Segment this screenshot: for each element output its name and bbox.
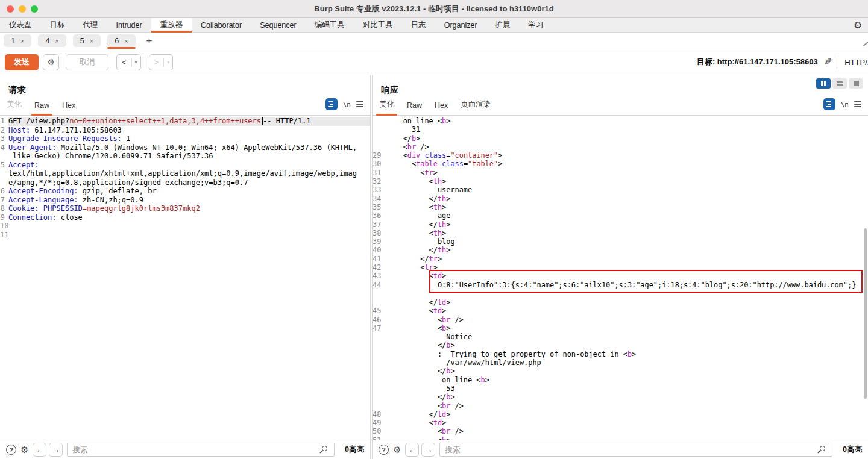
minimize-window-button[interactable] [19, 5, 26, 13]
help-icon[interactable]: ? [379, 445, 389, 455]
search-settings-gear-icon[interactable]: ⚙ [393, 445, 401, 454]
code-line[interactable]: 46 <br /> [373, 316, 868, 324]
pretty-print-icon[interactable] [326, 98, 338, 110]
code-line[interactable]: 31 <tr> [373, 169, 868, 177]
menu-tab-comparer[interactable]: 对比工具 [354, 18, 402, 32]
show-newlines-toggle[interactable]: \n [343, 101, 351, 108]
request-tab-beautify[interactable]: 美化 [7, 99, 22, 115]
code-line[interactable]: on line <b> [373, 117, 868, 125]
code-line[interactable]: 40 </th> [373, 246, 868, 254]
code-line[interactable]: 51 <b> [373, 436, 868, 440]
code-line[interactable]: 10 [0, 222, 370, 231]
chevron-down-icon[interactable]: ▾ [132, 60, 140, 65]
code-line[interactable]: </b> [373, 393, 868, 401]
search-settings-gear-icon[interactable]: ⚙ [20, 445, 28, 454]
code-line[interactable]: 39 blog [373, 237, 868, 246]
help-icon[interactable]: ? [6, 445, 16, 455]
code-line[interactable]: like Gecko) Chrome/120.0.6099.71 Safari/… [0, 152, 370, 161]
code-line[interactable]: 31 [373, 125, 868, 134]
code-line[interactable]: <br /> [373, 143, 868, 151]
response-tab-raw[interactable]: Raw [407, 101, 422, 115]
code-line[interactable]: 33 username [373, 186, 868, 194]
code-line[interactable]: 48 </td> [373, 410, 868, 419]
code-line[interactable]: </b> [373, 367, 868, 375]
menu-tab-learn[interactable]: 学习 [520, 18, 553, 32]
close-tab-icon[interactable]: × [20, 37, 24, 45]
close-tab-icon[interactable]: × [90, 37, 93, 45]
settings-gear-icon[interactable]: ⚙ [854, 20, 862, 30]
back-history-button[interactable]: < ▾ [116, 54, 141, 70]
request-editor[interactable]: 1GET /view.php?no=0++union++select++1,da… [0, 116, 370, 440]
code-line[interactable]: </td> [373, 298, 868, 307]
code-line[interactable]: : Trying to get property of non-object i… [373, 350, 868, 358]
repeater-tab-pill[interactable]: 4× [38, 34, 66, 47]
menu-tab-collaborator[interactable]: Collaborator [192, 18, 251, 32]
code-line[interactable]: 41 </tr> [373, 255, 868, 263]
code-line[interactable]: /var/www/html/view.php [373, 358, 868, 367]
search-input[interactable] [439, 443, 832, 457]
code-line[interactable]: 38 <th> [373, 229, 868, 237]
code-line[interactable]: text/html,application/xhtml+xml,applicat… [0, 169, 370, 178]
repeater-tab-1[interactable]: 1× [4, 33, 31, 49]
menu-tab-decoder[interactable]: 编码工具 [306, 18, 354, 32]
menu-tab-repeater[interactable]: 重放器 [151, 18, 192, 32]
code-line[interactable]: 44 O:8:"UserInfo":3:{s:4:"name";s:6:"ail… [373, 281, 868, 289]
code-line[interactable]: 11 [0, 231, 370, 240]
previous-match-button[interactable]: ← [405, 443, 419, 457]
repeater-tab-4[interactable]: 4× [38, 33, 66, 49]
code-line[interactable]: 53 [373, 384, 868, 393]
repeater-tab-pill[interactable]: 5× [73, 34, 101, 47]
response-tab-render[interactable]: 页面渲染 [461, 99, 491, 115]
code-line[interactable]: 35 <th> [373, 203, 868, 211]
code-line[interactable]: <br /> [373, 402, 868, 410]
next-match-button[interactable]: → [49, 443, 63, 457]
code-line[interactable]: 50 <br /> [373, 427, 868, 436]
menu-tab-logger[interactable]: 日志 [402, 18, 435, 32]
menu-tab-sequencer[interactable]: Sequencer [251, 18, 305, 32]
request-settings-gear-button[interactable]: ⚙ [43, 54, 59, 70]
code-line[interactable]: 3Upgrade-Insecure-Requests: 1 [0, 134, 370, 143]
repeater-tab-6[interactable]: 6× [107, 33, 135, 49]
code-line[interactable]: 34 </th> [373, 195, 868, 203]
edit-target-pencil-icon[interactable]: ✎ [824, 57, 832, 67]
code-line[interactable]: </b> [373, 341, 868, 349]
show-newlines-toggle[interactable]: \n [841, 101, 849, 108]
close-window-button[interactable] [7, 5, 14, 13]
cancel-button[interactable]: 取消 [66, 54, 108, 70]
forward-history-button[interactable]: > ▾ [149, 54, 174, 70]
send-button[interactable]: 发送 [5, 54, 39, 70]
code-line[interactable]: 45 <td> [373, 307, 868, 315]
chevron-down-icon[interactable]: ▾ [164, 60, 172, 65]
code-line[interactable]: 7Accept-Language: zh-CN,zh;q=0.9 [0, 196, 370, 205]
code-line[interactable]: 32 <th> [373, 177, 868, 186]
code-line[interactable]: 36 age [373, 211, 868, 220]
repeater-tab-pill[interactable]: 1× [4, 34, 31, 47]
code-line[interactable]: 47 <b> [373, 324, 868, 333]
previous-match-button[interactable]: ← [33, 443, 46, 457]
request-tab-raw[interactable]: Raw [34, 101, 49, 115]
close-tab-icon[interactable]: × [55, 37, 58, 45]
repeater-tab-pill[interactable]: 6× [107, 34, 135, 47]
http-protocol-selector[interactable]: HTTP/1 [844, 58, 868, 67]
code-line[interactable]: 8Cookie: PHPSESSID=mapeqgrlg8jk0rlms3m83… [0, 204, 370, 213]
code-line[interactable]: 6Accept-Encoding: gzip, deflate, br [0, 187, 370, 196]
new-tab-button[interactable]: + [146, 35, 153, 47]
response-viewer[interactable]: on line <b> 31 </b> <br />29 <div class=… [373, 116, 868, 440]
zoom-window-button[interactable] [31, 5, 38, 13]
code-line[interactable]: 30 <table class="table"> [373, 160, 868, 168]
code-line[interactable]: on line <b> [373, 376, 868, 384]
search-input[interactable] [67, 443, 335, 457]
code-line[interactable]: 4User-Agent: Mozilla/5.0 (Windows NT 10.… [0, 143, 370, 152]
code-line[interactable]: 42 <tr> [373, 263, 868, 272]
menu-tab-proxy[interactable]: 代理 [74, 18, 107, 32]
pretty-print-icon[interactable] [823, 98, 835, 110]
menu-tab-dashboard[interactable]: 仪表盘 [0, 18, 41, 32]
code-line[interactable]: e/apng,*/*;q=0.8,application/signed-exch… [0, 178, 370, 187]
code-line[interactable]: 37 </th> [373, 220, 868, 229]
code-line[interactable]: 2Host: 61.147.171.105:58603 [0, 126, 370, 135]
code-line[interactable]: Notice [373, 333, 868, 341]
request-tab-hex[interactable]: Hex [62, 101, 75, 115]
code-line[interactable]: 29 <div class="container"> [373, 151, 868, 160]
response-tab-beautify[interactable]: 美化 [379, 99, 394, 115]
code-line[interactable]: 5Accept: [0, 161, 370, 170]
